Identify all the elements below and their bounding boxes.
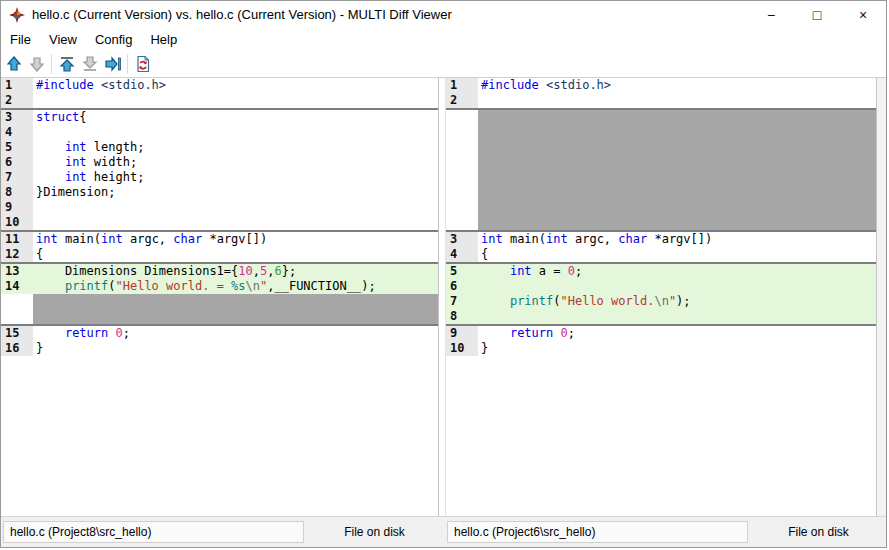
- code-text: [478, 279, 876, 294]
- code-line[interactable]: 4: [1, 125, 438, 140]
- code-line[interactable]: 7 int height;: [1, 170, 438, 185]
- line-number: 9: [1, 200, 33, 215]
- line-number: 7: [1, 170, 33, 185]
- code-line[interactable]: 8}Dimension;: [1, 185, 438, 200]
- code-line[interactable]: 14 printf("Hello world. = %s\n",__FUNCTI…: [1, 279, 438, 294]
- code-line[interactable]: 13 Dimensions Dimensions1={10,5,6};: [1, 264, 438, 279]
- prev-diff-button[interactable]: [2, 52, 25, 75]
- line-number: 7: [446, 294, 478, 309]
- line-number: 5: [1, 140, 33, 155]
- toolbar-separator: [127, 54, 128, 74]
- code-text: [33, 215, 438, 230]
- code-line[interactable]: 11int main(int argc, char *argv[]): [1, 232, 438, 247]
- code-line[interactable]: 6 int width;: [1, 155, 438, 170]
- line-number: 14: [1, 279, 33, 294]
- code-text: #include <stdio.h>: [478, 78, 876, 93]
- missing-lines-block: [446, 110, 876, 230]
- line-number: 6: [446, 279, 478, 294]
- minimize-button[interactable]: −: [748, 1, 794, 28]
- close-button[interactable]: ×: [840, 1, 886, 28]
- line-number-gutter: [446, 110, 478, 230]
- next-diff-button[interactable]: [25, 52, 48, 75]
- code-text: printf("Hello world. = %s\n",__FUNCTION_…: [33, 279, 438, 294]
- code-text: int length;: [33, 140, 438, 155]
- up-arrow-to-bar-icon: [58, 55, 76, 73]
- code-line[interactable]: 4{: [446, 247, 876, 262]
- code-text: [33, 125, 438, 140]
- window-titlebar: hello.c (Current Version) vs. hello.c (C…: [1, 1, 886, 28]
- code-text: [33, 200, 438, 215]
- missing-lines-block: [1, 294, 438, 324]
- right-file-source-label: File on disk: [748, 525, 889, 539]
- code-text: int height;: [33, 170, 438, 185]
- toolbar-separator: [51, 54, 52, 74]
- code-line[interactable]: 7 printf("Hello world.\n");: [446, 294, 876, 309]
- code-line[interactable]: 15 return 0;: [1, 326, 438, 341]
- reload-files-button[interactable]: [131, 52, 154, 75]
- menu-item-config[interactable]: Config: [86, 32, 142, 47]
- menu-item-file[interactable]: File: [1, 32, 40, 47]
- down-arrow-icon: [28, 55, 46, 73]
- line-number: 3: [446, 232, 478, 247]
- app-window: hello.c (Current Version) vs. hello.c (C…: [0, 0, 887, 548]
- up-arrow-icon: [5, 55, 23, 73]
- code-line[interactable]: 8: [446, 309, 876, 324]
- window-title: hello.c (Current Version) vs. hello.c (C…: [32, 7, 748, 22]
- diff-pane-right[interactable]: 1#include <stdio.h>23int main(int argc, …: [445, 78, 876, 516]
- code-line[interactable]: 1#include <stdio.h>: [1, 78, 438, 93]
- line-number: 9: [446, 326, 478, 341]
- code-text: return 0;: [478, 326, 876, 341]
- code-text: #include <stdio.h>: [33, 78, 438, 93]
- code-line[interactable]: 9 return 0;: [446, 326, 876, 341]
- code-line[interactable]: 3int main(int argc, char *argv[]): [446, 232, 876, 247]
- code-text: int a = 0;: [478, 264, 876, 279]
- down-arrow-to-bar-icon: [81, 55, 99, 73]
- line-number: 5: [446, 264, 478, 279]
- line-number: 8: [1, 185, 33, 200]
- code-line[interactable]: 16}: [1, 341, 438, 356]
- maximize-button[interactable]: □: [794, 1, 840, 28]
- first-diff-button[interactable]: [55, 52, 78, 75]
- code-line[interactable]: 10}: [446, 341, 876, 356]
- status-left: hello.c (Project8\src_hello) File on dis…: [1, 521, 445, 543]
- code-text: }: [478, 341, 876, 356]
- menu-item-help[interactable]: Help: [141, 32, 186, 47]
- app-logo-icon: [9, 7, 25, 23]
- left-file-path: hello.c (Project8\src_hello): [3, 521, 304, 543]
- jump-to-diff-button[interactable]: [101, 52, 124, 75]
- code-line[interactable]: 2: [1, 93, 438, 108]
- menu-item-view[interactable]: View: [40, 32, 86, 47]
- code-text: int main(int argc, char *argv[]): [33, 232, 438, 247]
- code-line[interactable]: 9: [1, 200, 438, 215]
- line-number: 6: [1, 155, 33, 170]
- line-number: 3: [1, 110, 33, 125]
- diff-area: 1#include <stdio.h>23struct{45 int lengt…: [1, 78, 886, 516]
- menubar: File View Config Help: [1, 28, 886, 50]
- code-text: [478, 309, 876, 324]
- code-text: int main(int argc, char *argv[]): [478, 232, 876, 247]
- code-line[interactable]: 6: [446, 279, 876, 294]
- code-line[interactable]: 1#include <stdio.h>: [446, 78, 876, 93]
- code-line[interactable]: 10: [1, 215, 438, 230]
- last-diff-button[interactable]: [78, 52, 101, 75]
- toolbar: [1, 50, 886, 78]
- status-bar: hello.c (Project8\src_hello) File on dis…: [1, 516, 886, 547]
- code-line[interactable]: 12{: [1, 247, 438, 262]
- code-text: }Dimension;: [33, 185, 438, 200]
- code-text: }: [33, 341, 438, 356]
- code-line[interactable]: 2: [446, 93, 876, 108]
- diff-pane-left[interactable]: 1#include <stdio.h>23struct{45 int lengt…: [1, 78, 439, 516]
- code-text: return 0;: [33, 326, 438, 341]
- line-number: 13: [1, 264, 33, 279]
- code-text: struct{: [33, 110, 438, 125]
- code-text: int width;: [33, 155, 438, 170]
- code-text: Dimensions Dimensions1={10,5,6};: [33, 264, 438, 279]
- vertical-scrollbar[interactable]: [876, 78, 886, 516]
- line-number: 11: [1, 232, 33, 247]
- refresh-document-icon: [134, 55, 152, 73]
- code-line[interactable]: 3struct{: [1, 110, 438, 125]
- code-text: printf("Hello world.\n");: [478, 294, 876, 309]
- right-file-path: hello.c (Project6\src_hello): [447, 521, 748, 543]
- code-line[interactable]: 5 int a = 0;: [446, 264, 876, 279]
- code-line[interactable]: 5 int length;: [1, 140, 438, 155]
